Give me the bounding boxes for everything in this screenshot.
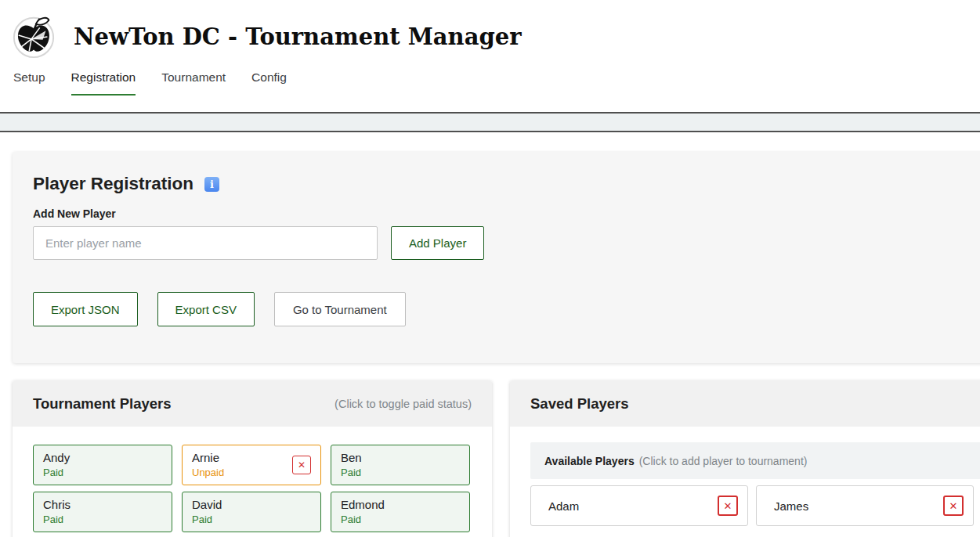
saved-players-panel: Saved Players Available Players (Click t… — [510, 380, 980, 537]
panels-row: Tournament Players (Click to toggle paid… — [13, 380, 980, 537]
divider-band — [0, 112, 980, 132]
player-card-arnie[interactable]: Arnie Unpaid ✕ — [182, 445, 321, 485]
page-title: NewTon DC - Tournament Manager — [74, 23, 521, 50]
tab-tournament[interactable]: Tournament — [161, 70, 226, 96]
goto-tournament-button[interactable]: Go to Tournament — [274, 292, 406, 326]
saved-player-adam[interactable]: Adam ✕ — [530, 485, 748, 526]
player-card-ben[interactable]: Ben Paid — [331, 445, 470, 485]
main-nav: Setup Registration Tournament Config — [0, 70, 980, 96]
toggle-paid-hint: (Click to toggle paid status) — [335, 398, 472, 410]
app-header: NewTon DC - Tournament Manager — [0, 0, 980, 59]
paid-status: Paid — [341, 467, 460, 478]
saved-players-grid: Adam ✕ James ✕ — [530, 485, 980, 526]
player-name-input[interactable] — [33, 226, 378, 260]
export-csv-button[interactable]: Export CSV — [157, 292, 255, 326]
paid-status: Paid — [341, 514, 460, 525]
player-card-david[interactable]: David Paid — [182, 492, 321, 532]
player-card-edmond[interactable]: Edmond Paid — [331, 492, 470, 532]
page: NewTon DC - Tournament Manager Setup Reg… — [0, 0, 980, 537]
tab-config[interactable]: Config — [251, 70, 287, 96]
player-registration-card: Player Registration i Add New Player Add… — [13, 152, 980, 363]
paid-status: Paid — [43, 514, 162, 525]
player-card-chris[interactable]: Chris Paid — [33, 492, 172, 532]
saved-player-james[interactable]: James ✕ — [756, 485, 974, 526]
add-player-button[interactable]: Add Player — [391, 226, 484, 260]
player-card-andy[interactable]: Andy Paid — [33, 445, 172, 485]
add-new-player-label: Add New Player — [33, 207, 980, 220]
info-icon[interactable]: i — [204, 177, 219, 192]
available-players-hint: (Click to add player to tournament) — [639, 455, 808, 467]
available-players-strip: Available Players (Click to add player t… — [530, 442, 980, 479]
available-players-label: Available Players — [544, 455, 635, 467]
export-json-button[interactable]: Export JSON — [33, 292, 138, 326]
delete-saved-player-icon[interactable]: ✕ — [943, 496, 964, 516]
paid-status: Paid — [43, 467, 162, 478]
tournament-players-title: Tournament Players — [33, 395, 172, 413]
tournament-players-grid: Andy Paid Arnie Unpaid ✕ Ben Paid Chris — [33, 445, 472, 532]
tournament-players-panel: Tournament Players (Click to toggle paid… — [13, 380, 492, 537]
paid-status: Paid — [192, 514, 311, 525]
saved-players-title: Saved Players — [530, 395, 628, 413]
section-title: Player Registration — [33, 174, 193, 194]
club-logo-icon — [11, 14, 56, 59]
delete-saved-player-icon[interactable]: ✕ — [718, 496, 738, 516]
remove-player-icon[interactable]: ✕ — [292, 456, 311, 474]
tab-registration[interactable]: Registration — [71, 70, 136, 96]
tab-setup[interactable]: Setup — [13, 70, 45, 96]
